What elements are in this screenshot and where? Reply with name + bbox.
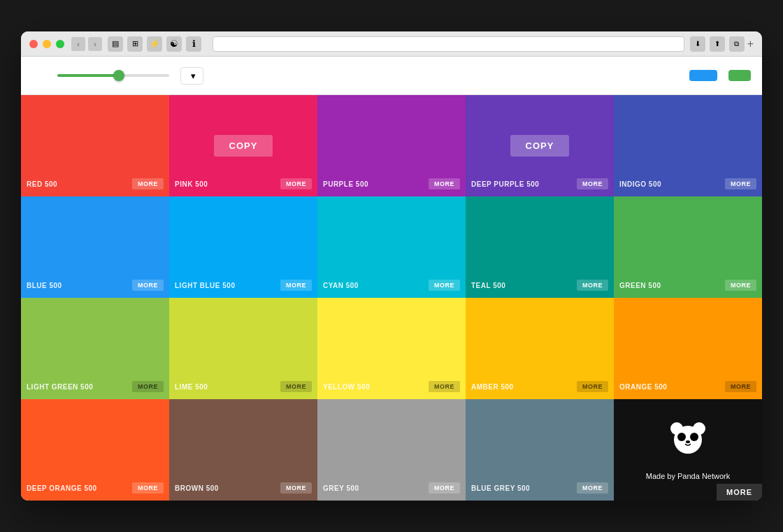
grid-icon[interactable]: ⊞ [127,36,143,52]
more-button[interactable]: MORE [577,381,608,392]
cell-label: BLUE 500MORE [21,273,169,298]
hex-section: ▾ [180,67,678,85]
color-cell-brown-500[interactable]: COPYBROWN 500MORE [169,399,317,501]
color-name: LIME 500 [175,383,208,391]
more-button[interactable]: MORE [429,280,460,291]
panda-cell[interactable]: Made by Panda NetworkMORE [614,399,762,501]
cell-label: CYAN 500MORE [317,273,466,298]
cell-label: DEEP ORANGE 500MORE [21,475,169,501]
forward-button[interactable]: › [88,37,102,51]
svg-point-4 [690,433,698,441]
more-button[interactable]: MORE [280,482,312,494]
color-name: LIGHT GREEN 500 [27,383,93,391]
more-button[interactable]: MORE [725,381,756,392]
browser-window: ‹ › ▤ ⊞ ⚡ ☯ ℹ ⬇ ⬆ ⧉ + [21,31,762,501]
color-cell-indigo-500[interactable]: COPYINDIGO 500MORE [614,95,762,196]
slider-thumb [113,70,124,81]
more-button[interactable]: MORE [429,381,460,392]
cell-label: RED 500MORE [21,171,169,196]
minimize-button[interactable] [43,40,51,48]
svg-point-3 [677,433,686,441]
more-button[interactable]: MORE [577,178,608,189]
cell-label: YELLOW 500MORE [317,374,466,399]
more-button[interactable]: MORE [280,381,312,392]
color-cell-purple-500[interactable]: COPYPURPLE 500MORE [317,95,466,196]
color-cell-green-500[interactable]: COPYGREEN 500MORE [614,196,762,298]
cell-label: PINK 500MORE [169,171,317,196]
color-name: BLUE 500 [27,282,62,289]
more-button[interactable]: MORE [132,178,164,189]
share-icon[interactable]: ⬆ [710,36,725,52]
more-button[interactable]: MORE [429,482,460,494]
color-cell-amber-500[interactable]: COPYAMBER 500MORE [466,298,614,399]
download-icon[interactable]: ⬇ [690,36,705,52]
panda-icon [670,420,706,462]
color-name: DEEP ORANGE 500 [27,484,97,492]
panda-more-button[interactable]: MORE [717,484,762,501]
copy-button[interactable]: COPY [214,135,273,157]
color-cell-blue-grey-500[interactable]: COPYBLUE GREY 500MORE [466,399,614,501]
app-icon-2[interactable]: ☯ [166,36,182,52]
cell-label: ORANGE 500MORE [614,374,762,399]
more-button[interactable]: MORE [280,178,312,189]
sidebar-icon[interactable]: ▤ [108,36,123,52]
app-icon-3[interactable]: ℹ [186,36,201,52]
color-name: YELLOW 500 [323,383,370,391]
color-name: LIGHT BLUE 500 [175,282,235,289]
color-cell-red-500[interactable]: COPYRED 500MORE [21,95,169,196]
color-name: PURPLE 500 [323,180,368,188]
cell-label: PURPLE 500MORE [317,171,466,196]
more-button[interactable]: MORE [429,178,460,189]
more-button[interactable]: MORE [577,280,608,291]
color-name: TEAL 500 [471,282,505,289]
color-cell-deep-orange-500[interactable]: COPYDEEP ORANGE 500MORE [21,399,169,501]
color-cell-pink-500[interactable]: COPYPINK 500MORE [169,95,317,196]
tab-icons: ▤ ⊞ ⚡ ☯ ℹ [108,36,201,52]
level-section [52,74,169,77]
color-cell-yellow-500[interactable]: COPYYELLOW 500MORE [317,298,466,399]
color-name: GREY 500 [323,484,359,492]
close-button[interactable] [29,40,38,48]
url-bar[interactable] [213,36,684,52]
color-cell-teal-500[interactable]: COPYTEAL 500MORE [466,196,614,298]
cell-label: LIGHT BLUE 500MORE [169,273,317,298]
copy-button[interactable]: COPY [510,135,570,157]
cell-label: TEAL 500MORE [466,273,614,298]
new-tab-button[interactable]: + [747,38,754,50]
more-button[interactable]: MORE [725,280,756,291]
color-cell-grey-500[interactable]: COPYGREY 500MORE [317,399,466,501]
color-cell-orange-500[interactable]: COPYORANGE 500MORE [614,298,762,399]
more-button[interactable]: MORE [280,280,312,291]
back-button[interactable]: ‹ [71,37,85,51]
more-button[interactable]: MORE [132,381,164,392]
app-icon-1[interactable]: ⚡ [147,36,162,52]
slider-fill [57,74,119,77]
more-button[interactable]: MORE [132,482,164,494]
color-cell-lime-500[interactable]: COPYLIME 500MORE [169,298,317,399]
color-cell-blue-500[interactable]: COPYBLUE 500MORE [21,196,169,298]
toolbar-right: ⬇ ⬆ ⧉ [690,36,745,52]
color-grid: COPYRED 500MORECOPYPINK 500MORECOPYPURPL… [21,95,762,501]
gifs-button[interactable] [728,70,751,81]
color-cell-light-blue-500[interactable]: COPYLIGHT BLUE 500MORE [169,196,317,298]
panda-text: Made by Panda Network [646,472,730,480]
cell-label: GREY 500MORE [317,475,466,501]
app-toolbar: ▾ [21,57,762,95]
tweet-button[interactable] [689,70,717,81]
color-cell-deep-purple-500[interactable]: COPYDEEP PURPLE 500MORE [466,95,614,196]
more-button[interactable]: MORE [577,482,608,494]
color-name: BROWN 500 [175,484,219,492]
more-button[interactable]: MORE [725,178,756,189]
cell-label: BLUE GREY 500MORE [466,475,614,501]
maximize-button[interactable] [56,40,64,48]
color-cell-cyan-500[interactable]: COPYCYAN 500MORE [317,196,466,298]
more-button[interactable]: MORE [132,280,164,291]
color-name: ORANGE 500 [619,383,667,391]
hex-dropdown[interactable]: ▾ [180,67,203,85]
cell-label: LIME 500MORE [169,374,317,399]
color-cell-light-green-500[interactable]: COPYLIGHT GREEN 500MORE [21,298,169,399]
level-slider[interactable] [57,74,169,77]
color-name: BLUE GREY 500 [471,484,530,492]
tabs-icon[interactable]: ⧉ [729,36,745,52]
cell-label: LIGHT GREEN 500MORE [21,374,169,399]
